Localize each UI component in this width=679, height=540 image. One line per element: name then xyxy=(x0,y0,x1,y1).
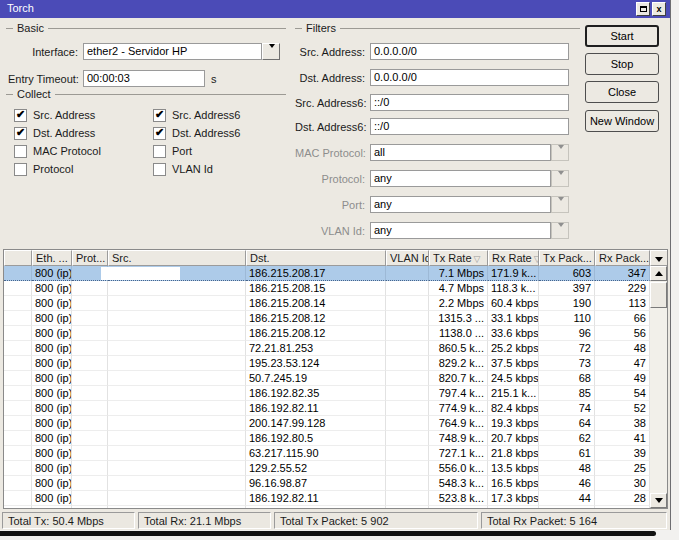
table-row[interactable]: 800 (ip)173.194.67.232513.3 k...13.3 kbp… xyxy=(4,506,650,508)
column-header-rx-pack[interactable]: Rx Pack... xyxy=(595,250,650,266)
entry-timeout-unit: s xyxy=(211,73,217,85)
close-button[interactable]: Close xyxy=(585,81,659,103)
table-row[interactable]: 800 (ip)195.23.53.124829.2 k...37.5 kbps… xyxy=(4,356,650,371)
filter-dropdown-icon-port[interactable] xyxy=(551,196,569,213)
table-row[interactable]: 800 (ip)186.215.208.121315.3 ...33.1 kbp… xyxy=(4,311,650,326)
column-header-rowselect[interactable] xyxy=(4,250,32,266)
cell-rxp: 49 xyxy=(595,371,650,386)
cell-eth: 800 (ip) xyxy=(32,491,72,506)
collect-checkbox-mac-protocol[interactable]: MAC Protocol xyxy=(14,145,144,159)
scroll-up-icon[interactable] xyxy=(650,266,667,281)
filter-dropdown-icon-mac-protocol[interactable] xyxy=(551,144,569,161)
cell-dst: 129.2.55.52 xyxy=(246,461,386,476)
checkbox-checked-icon[interactable]: ✔ xyxy=(14,109,27,122)
collect-checkbox-src-address6[interactable]: ✔Src. Address6 xyxy=(153,109,283,123)
collect-checkbox-protocol[interactable]: Protocol xyxy=(14,163,144,177)
scrollbar-thumb[interactable] xyxy=(650,282,667,308)
table-row[interactable]: 800 (ip)96.16.98.87548.3 k...16.5 kbps46… xyxy=(4,476,650,491)
column-header-dst[interactable]: Dst. xyxy=(246,250,386,266)
table-row[interactable]: 800 (ip)186.215.208.177.1 Mbps171.9 k...… xyxy=(4,266,650,281)
cell-vlan xyxy=(386,491,429,506)
cell-src xyxy=(108,281,246,296)
cell-vlan xyxy=(386,386,429,401)
cell-eth: 800 (ip) xyxy=(32,461,72,476)
filter-dropdown-vlan-id[interactable]: any xyxy=(370,222,551,239)
table-row[interactable]: 800 (ip)50.7.245.19820.7 k...24.5 kbps68… xyxy=(4,371,650,386)
collect-checkbox-src-address[interactable]: ✔Src. Address xyxy=(14,109,144,123)
cell-src xyxy=(108,491,246,506)
filter-dropdown-icon-protocol[interactable] xyxy=(551,170,569,187)
table-row[interactable]: 800 (ip)186.215.208.142.2 Mbps60.4 kbps1… xyxy=(4,296,650,311)
checkbox-unchecked-icon[interactable] xyxy=(153,145,166,158)
cell-tx: 4.7 Mbps xyxy=(429,281,488,296)
column-header-src[interactable]: Src. xyxy=(108,250,246,266)
titlebar[interactable]: Torch x xyxy=(0,0,670,18)
filter-dropdown-protocol[interactable]: any xyxy=(370,170,551,187)
entry-timeout-label: Entry Timeout: xyxy=(8,73,78,85)
table-row[interactable]: 800 (ip)129.2.55.52556.0 k...13.5 kbps48… xyxy=(4,461,650,476)
cell-src xyxy=(108,461,246,476)
table-row[interactable]: 800 (ip)186.215.208.121138.0 ...33.6 kbp… xyxy=(4,326,650,341)
cell-txp: 73 xyxy=(539,356,595,371)
checkbox-label: VLAN Id xyxy=(172,163,213,175)
checkbox-checked-icon[interactable]: ✔ xyxy=(14,127,27,140)
column-header-tx-rate[interactable]: Tx Rate▽ xyxy=(429,250,488,266)
collect-checkbox-dst-address6[interactable]: ✔Dst. Address6 xyxy=(153,127,283,141)
cell-prot xyxy=(72,461,108,476)
checkbox-checked-icon[interactable]: ✔ xyxy=(153,109,166,122)
interface-dropdown-icon[interactable] xyxy=(262,43,280,60)
table-row[interactable]: 800 (ip)186.192.82.35797.4 k...215.1 k..… xyxy=(4,386,650,401)
checkbox-unchecked-icon[interactable] xyxy=(14,145,27,158)
cell-rowsel xyxy=(4,371,32,386)
column-picker-button[interactable] xyxy=(650,250,667,266)
cell-rx: 13.5 kbps xyxy=(488,461,539,476)
table-row[interactable]: 800 (ip)186.192.82.11774.9 k...82.4 kbps… xyxy=(4,401,650,416)
cell-vlan xyxy=(386,446,429,461)
collect-checkbox-vlan-id[interactable]: VLAN Id xyxy=(153,163,283,177)
cell-rxp: 66 xyxy=(595,311,650,326)
filter-dropdown-mac-protocol[interactable]: all xyxy=(370,144,551,161)
checkbox-unchecked-icon[interactable] xyxy=(14,163,27,176)
checkbox-checked-icon[interactable]: ✔ xyxy=(153,127,166,140)
restore-icon[interactable] xyxy=(636,2,650,16)
cell-prot xyxy=(72,431,108,446)
table-row[interactable]: 800 (ip)186.215.208.154.7 Mbps118.3 k...… xyxy=(4,281,650,296)
collect-checkbox-port[interactable]: Port xyxy=(153,145,283,159)
close-icon[interactable]: x xyxy=(652,2,666,16)
table-row[interactable]: 800 (ip)186.192.80.5748.9 k...20.7 kbps6… xyxy=(4,431,650,446)
filter-dropdown-port[interactable]: any xyxy=(370,196,551,213)
cell-rowsel xyxy=(4,341,32,356)
interface-field[interactable]: ether2 - Servidor HP xyxy=(83,43,262,60)
collect-checkbox-dst-address[interactable]: ✔Dst. Address xyxy=(14,127,144,141)
stop-button[interactable]: Stop xyxy=(585,53,659,75)
filter-dropdown-icon-vlan-id[interactable] xyxy=(551,222,569,239)
column-header-rx-rate[interactable]: Rx Rate▽ xyxy=(488,250,539,266)
scroll-down-icon[interactable] xyxy=(650,493,667,508)
table-row[interactable]: 800 (ip)186.192.82.11523.8 k...17.3 kbps… xyxy=(4,491,650,506)
cell-tx: 548.3 k... xyxy=(429,476,488,491)
table-row[interactable]: 800 (ip)63.217.115.90727.1 k...21.8 kbps… xyxy=(4,446,650,461)
start-button[interactable]: Start xyxy=(585,25,659,47)
checkbox-label: Src. Address xyxy=(33,109,95,121)
filter-field-dst-address6[interactable]: ::/0 xyxy=(370,118,569,135)
column-header-prot[interactable]: Prot... xyxy=(72,250,108,266)
cell-rxp: 38 xyxy=(595,416,650,431)
vertical-scrollbar[interactable] xyxy=(650,266,667,508)
cell-eth: 800 (ip) xyxy=(32,281,72,296)
cell-rowsel xyxy=(4,446,32,461)
cell-prot xyxy=(72,341,108,356)
checkbox-unchecked-icon[interactable] xyxy=(153,163,166,176)
entry-timeout-field[interactable]: 00:00:03 xyxy=(83,70,205,87)
column-header-tx-pack[interactable]: Tx Pack... xyxy=(539,250,595,266)
column-header-vlan-id[interactable]: VLAN Id xyxy=(386,250,429,266)
table-row[interactable]: 800 (ip)200.147.99.128764.9 k...19.3 kbp… xyxy=(4,416,650,431)
table-row[interactable]: 800 (ip)72.21.81.253860.5 k...25.2 kbps7… xyxy=(4,341,650,356)
collect-legend: Collect xyxy=(13,88,55,100)
filter-field-src-address[interactable]: 0.0.0.0/0 xyxy=(370,43,569,60)
new-window-button[interactable]: New Window xyxy=(585,110,659,132)
filter-field-src-address6[interactable]: ::/0 xyxy=(370,94,569,111)
filter-field-dst-address[interactable]: 0.0.0.0/0 xyxy=(370,69,569,86)
cell-dst: 200.147.99.128 xyxy=(246,416,386,431)
cell-dst: 186.215.208.14 xyxy=(246,296,386,311)
column-header-eth[interactable]: Eth. ... xyxy=(32,250,72,266)
